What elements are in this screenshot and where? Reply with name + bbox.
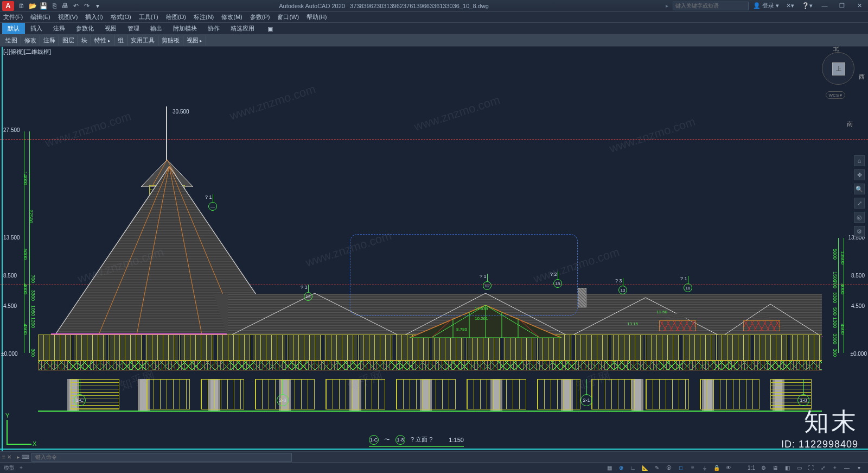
viewcube-west[interactable]: 西 bbox=[859, 73, 865, 81]
menu-format[interactable]: 格式(O) bbox=[111, 13, 131, 21]
ribbon-tab-addins[interactable]: 附加模块 bbox=[168, 23, 202, 34]
viewcube[interactable]: 北 上 西 南 WCS ▾ bbox=[819, 52, 857, 112]
menu-modify[interactable]: 修改(M) bbox=[221, 13, 242, 21]
sb-iso-icon[interactable]: 👁 bbox=[723, 464, 734, 472]
menu-view[interactable]: 视图(V) bbox=[58, 13, 78, 21]
nav-orbit-icon[interactable]: ⤢ bbox=[854, 198, 865, 209]
close-button[interactable]: ✕ bbox=[853, 1, 866, 11]
sb-annomon-icon[interactable]: ▭ bbox=[794, 464, 805, 472]
qat-print-icon[interactable]: 🖶 bbox=[61, 2, 69, 10]
sb-clean-icon[interactable]: ⛶ bbox=[806, 464, 816, 472]
layout-add[interactable]: + bbox=[16, 464, 27, 472]
panel-properties[interactable]: 特性 bbox=[91, 35, 114, 46]
ribbon-tab-featured[interactable]: 精选应用 bbox=[225, 23, 260, 34]
nav-settings-icon[interactable]: ⚙ bbox=[854, 226, 865, 237]
panel-block[interactable]: 块 bbox=[78, 35, 91, 46]
menu-edit[interactable]: 编辑(E) bbox=[30, 13, 50, 21]
qat-dropdown-icon[interactable]: ▾ bbox=[93, 2, 102, 10]
ribbon-tab-parametric[interactable]: 参数化 bbox=[71, 23, 99, 34]
panel-view[interactable]: 视图 bbox=[183, 35, 207, 46]
nav-zoom-icon[interactable]: 🔍 bbox=[854, 184, 865, 194]
sb-polar-icon[interactable]: 📐 bbox=[640, 464, 650, 472]
viewcube-top-face[interactable]: 上 bbox=[832, 62, 845, 75]
section-mark-3: ? 112 bbox=[483, 281, 494, 292]
viewcube-wcs[interactable]: WCS ▾ bbox=[826, 91, 845, 99]
sb-ortho-icon[interactable]: ∟ bbox=[628, 464, 639, 472]
ribbon-tab-collab[interactable]: 协作 bbox=[202, 23, 225, 34]
selection-highlight bbox=[350, 234, 578, 316]
minimize-button[interactable]: — bbox=[818, 1, 831, 11]
panel-draw[interactable]: 绘图 bbox=[2, 35, 21, 46]
nav-wheel-icon[interactable]: ◎ bbox=[854, 212, 865, 223]
ribbon-tab-default[interactable]: 默认 bbox=[2, 23, 25, 34]
sb-snap-icon[interactable]: ⊕ bbox=[616, 464, 627, 472]
exchange-icon[interactable]: ✕▾ bbox=[783, 1, 796, 11]
sb-otrack-icon[interactable]: ⦿ bbox=[663, 464, 674, 472]
sb-gear-icon[interactable]: ⚙ bbox=[758, 464, 769, 472]
sb-scale[interactable]: 1:1 bbox=[746, 464, 757, 472]
panel-annotate[interactable]: 注释 bbox=[40, 35, 59, 46]
qat-open-icon[interactable]: 📂 bbox=[28, 2, 37, 10]
menu-help[interactable]: 帮助(H) bbox=[307, 13, 327, 21]
drawing-canvas[interactable]: 北 上 西 南 WCS ▾ ⌂ ✥ 🔍 ⤢ ◎ ⚙ 27.500 13.500 … bbox=[0, 47, 868, 451]
viewport-controls[interactable]: [-][俯视][二维线框] bbox=[3, 48, 51, 56]
help-icon[interactable]: ❔▾ bbox=[801, 1, 814, 11]
title-tilde: 〜 bbox=[384, 436, 390, 444]
ribbon-tab-view[interactable]: 视图 bbox=[99, 23, 122, 34]
app-logo[interactable]: A bbox=[2, 1, 14, 11]
qat-saveas-icon[interactable]: ⎘ bbox=[50, 2, 59, 10]
sb-fullscreen-icon[interactable]: ⤢ bbox=[818, 464, 828, 472]
ribbon-tab-annotate[interactable]: 注释 bbox=[48, 23, 71, 34]
menu-insert[interactable]: 插入(I) bbox=[85, 13, 103, 21]
section-mark-6: ? 118 bbox=[684, 283, 694, 294]
maximize-button[interactable]: ❐ bbox=[835, 1, 848, 11]
panel-group[interactable]: 组 bbox=[114, 35, 127, 46]
ribbon-collapse-button[interactable]: ▣ bbox=[262, 24, 278, 34]
menu-dimension[interactable]: 标注(N) bbox=[194, 13, 214, 21]
ribbon-tab-manage[interactable]: 管理 bbox=[122, 23, 145, 34]
menu-window[interactable]: 窗口(W) bbox=[277, 13, 299, 21]
nav-pan-icon[interactable]: ✥ bbox=[854, 169, 865, 180]
qat-redo-icon[interactable]: ↷ bbox=[82, 2, 91, 10]
panel-layer[interactable]: 图层 bbox=[59, 35, 78, 46]
sb-dyn-icon[interactable]: □ bbox=[675, 464, 686, 472]
panel-utilities[interactable]: 实用工具 bbox=[127, 35, 158, 46]
menu-parametric[interactable]: 参数(P) bbox=[250, 13, 270, 21]
sb-lwt-icon[interactable]: ≡ bbox=[687, 464, 698, 472]
login-label: 登录 bbox=[762, 2, 774, 10]
menu-draw[interactable]: 绘图(D) bbox=[166, 13, 186, 21]
sb-custom-add[interactable]: + bbox=[829, 464, 840, 472]
panel-clipboard[interactable]: 剪贴板 bbox=[158, 35, 183, 46]
ground-line bbox=[38, 411, 822, 412]
sb-grid-icon[interactable]: ▦ bbox=[604, 464, 615, 472]
viewcube-ring[interactable]: 上 bbox=[822, 52, 854, 85]
viewcube-south[interactable]: 南 bbox=[847, 120, 853, 128]
sb-monitor-icon[interactable]: 🖥 bbox=[770, 464, 781, 472]
panel-modify[interactable]: 修改 bbox=[21, 35, 40, 46]
qat-new-icon[interactable]: 🗎 bbox=[17, 2, 26, 10]
help-search-input[interactable] bbox=[673, 2, 749, 10]
elev-left-0: ±0.000 bbox=[1, 351, 18, 357]
elev-left-13500: 13.500 bbox=[3, 235, 20, 241]
sb-transparency-icon[interactable]: ⏚ bbox=[699, 464, 710, 472]
model-tab[interactable]: 模型 bbox=[4, 464, 15, 472]
cmd-handle-icon[interactable]: ≡ ✕ bbox=[2, 454, 11, 460]
sb-custom-min[interactable]: — bbox=[841, 464, 852, 472]
command-line-bar: ≡ ✕ ▸ ⌨ bbox=[0, 451, 868, 462]
menu-tools[interactable]: 工具(T) bbox=[139, 13, 158, 21]
ribbon-tab-insert[interactable]: 插入 bbox=[25, 23, 48, 34]
qat-save-icon[interactable]: 💾 bbox=[39, 2, 48, 10]
dormer-2-elev: 13.15 bbox=[627, 321, 638, 326]
sb-workspace-icon[interactable]: ◧ bbox=[782, 464, 793, 472]
sb-osnap-icon[interactable]: ✎ bbox=[652, 464, 662, 472]
menu-bar: 文件(F) 编辑(E) 视图(V) 插入(I) 格式(O) 工具(T) 绘图(D… bbox=[0, 12, 868, 23]
qat-undo-icon[interactable]: ↶ bbox=[72, 2, 80, 10]
menu-file[interactable]: 文件(F) bbox=[3, 13, 23, 21]
login-button[interactable]: 👤 登录 ▾ bbox=[753, 2, 779, 10]
resource-id: ID: 1122998409 bbox=[781, 439, 858, 450]
nav-home-icon[interactable]: ⌂ bbox=[854, 155, 865, 166]
ribbon-tab-output[interactable]: 输出 bbox=[145, 23, 168, 34]
sb-custom-menu[interactable]: ▾ bbox=[853, 464, 864, 472]
command-input[interactable] bbox=[31, 453, 292, 462]
sb-lock-icon[interactable]: 🔒 bbox=[711, 464, 722, 472]
